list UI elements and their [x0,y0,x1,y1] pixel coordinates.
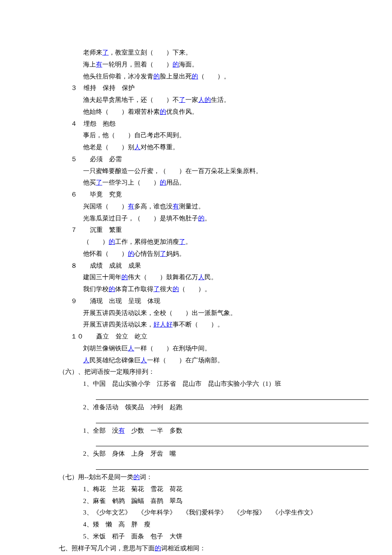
link-le[interactable]: 了 [102,49,109,56]
q3-heading: ３ 维持 保持 保护 [38,82,354,94]
link-de[interactable]: 的 [192,73,198,80]
sec6-item-2: 2、准备活动 领奖品 冲到 起跑 [38,402,354,413]
link-ren[interactable]: 人 [198,274,205,280]
q7-heading: ７ 沉重 繁重 [38,224,354,236]
q6-line-a: 兴国塔（ ）有多高，谁也没有测量过。 [38,201,354,213]
q4-line-a: 事后，他（ ）自己考虑不周到。 [38,130,354,142]
section-6-heading: （六）、把词语按一定顺序排列： [38,366,354,378]
section-seven-heading: 七、照样子写几个词，意思与下面的词相近或相同： [38,543,354,555]
link-ren[interactable]: 人 [141,357,147,364]
link-you[interactable]: 有 [128,203,134,210]
link-le[interactable]: 了 [179,96,185,103]
q4-heading: ４ 埋怨 抱怨 [38,118,354,130]
q6-heading: ６ 毕竟 究竟 [38,189,354,201]
link-haorenhao[interactable]: 好人好 [153,321,173,328]
link-ren[interactable]: 人 [134,144,141,150]
link-ren[interactable]: 人 [198,96,205,103]
q10-heading: １０ 矗立 耸立 屹立 [38,331,354,343]
q9-line-a: 开展五讲四美活动以来，全校（ ）出一派新气象。 [38,307,354,319]
link-de[interactable]: 的 [160,108,166,115]
answer-blank-line[interactable] [96,460,369,470]
q4-line-b: 他老是（ ）别人对他不尊重。 [38,142,354,153]
sec6-item-3: 1、全部 没有 少数 一半 多数 [38,425,354,437]
link-ren[interactable]: 人 [83,357,89,364]
sec7-item-2: 2、麻雀 鹌鹑 蹁蝠 喜鹊 翠鸟 [38,495,354,507]
q2-line-a: 老师来了，教室里立刻（ ）下来。 [38,47,354,59]
link-de[interactable]: 的 [198,215,205,222]
q9-line-b: 开展五讲四美活动以来，好人好事不断（ ）。 [38,319,354,331]
sec7-item-3: 3、《少年文艺》 《少年科学》 《我们爱科学》 《少年报》 《小学生作文》 [38,507,354,519]
q3-line-b: 他始终（ ）着艰苦朴素的优良作风。 [38,106,354,118]
q2-line-c: 他头往后仰着，冰冷发青的脸上显出死的（ ）。 [38,71,354,83]
q9-heading: ９ 涌现 出现 呈现 体现 [38,295,354,307]
sec6-item-1: 1、中国 昆山实验小学 江苏省 昆山市 昆山市实验小学六（1）班 [38,378,354,390]
answer-blank-line[interactable] [96,390,369,400]
sec7-item-1: 1、梅花 兰花 菊花 雪花 荷花 [38,483,354,495]
q5-heading: ５ 必须 必需 [38,153,354,165]
sec7-item-4: 4、矮 懒 高 胖 瘦 [38,519,354,531]
section-7-heading: （七）用--划出不是同一类的词： [38,471,354,483]
q10-line-a: 刘胡兰像钢铁巨人一样（ ）在刑场中间。 [38,343,354,355]
q8-heading: ８ 成绩 成就 成果 [38,260,354,272]
answer-blank-line[interactable] [96,413,369,423]
link-de[interactable]: 的 [128,250,134,257]
link-de[interactable]: 的 [133,474,140,480]
link-le[interactable]: 了 [160,250,166,257]
link-le[interactable]: 了 [96,179,102,186]
link-de[interactable]: 的 [109,238,115,245]
q2-line-b: 海上有一轮明月，照着（ ）的海面。 [38,59,354,71]
sec7-item-5: 5、米饭 稻子 面条 包子 大饼 [38,531,354,543]
q7-line-b: 他怀着（ ）的心情告别了妈妈。 [38,248,354,260]
link-de[interactable]: 的 [109,286,115,292]
sec6-item-4: 2、头部 身体 上身 牙齿 嘴 [38,448,354,460]
link-le[interactable]: 了 [179,238,185,245]
link-you[interactable]: 有 [173,203,179,210]
link-le[interactable]: 了 [153,286,160,292]
link-de[interactable]: 的 [173,286,179,292]
link-ren[interactable]: 人 [128,345,134,352]
link-you[interactable]: 有 [96,61,102,68]
q10-line-b: 人民英雄纪念碑像巨人一样（ ）在广场南部。 [38,355,354,367]
link-de[interactable]: 的 [153,73,160,80]
link-de[interactable]: 的 [121,274,128,280]
link-de[interactable]: 的 [205,96,211,103]
q8-line-a: 建国三十周年的伟大（ ）鼓舞着亿万人民。 [38,272,354,283]
link-de[interactable]: 的 [155,545,161,552]
q5-line-a: 一只蜜蜂要酿造一公斤蜜，（ ）在一百万朵花上采集原料。 [38,165,354,177]
q8-line-b: 我们学校的体育工作取得了很大的（ ）。 [38,283,354,295]
q3-line-a: 渔夫起早贪黑地干，还（ ）不了一家人的生活。 [38,94,354,106]
q7-line-a: （ ）的工作，累得他更加消瘦了。 [38,236,354,248]
q6-line-b: 光靠瓜菜过日子，（ ）是填不饱肚子的。 [38,213,354,225]
link-you[interactable]: 有 [118,427,125,434]
link-de[interactable]: 的 [160,179,166,186]
link-de[interactable]: 的 [173,61,179,68]
q5-line-b: 他买了一些学习上（ ）的用品。 [38,177,354,189]
answer-blank-line[interactable] [96,436,369,446]
